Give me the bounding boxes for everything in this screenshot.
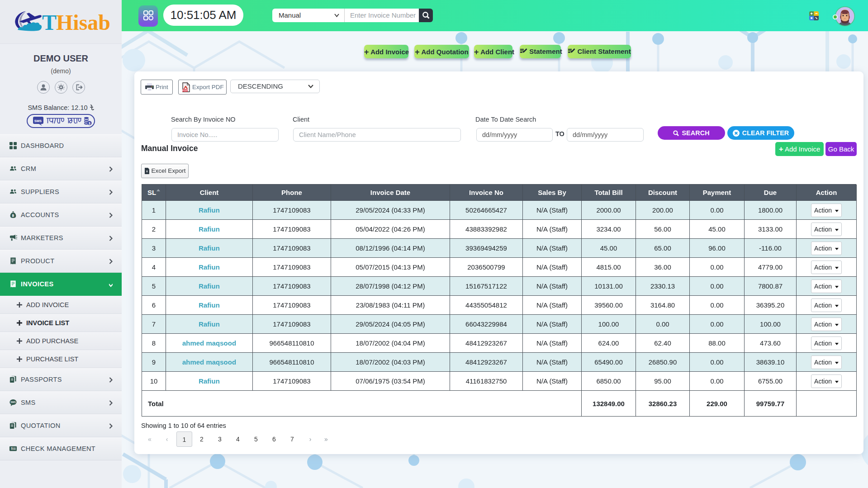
svg-text:T: T [42,10,57,34]
svg-text:$: $ [89,122,90,125]
svg-text:Hisab: Hisab [56,10,110,34]
svg-text:SMS: SMS [34,119,42,123]
svg-text:P D F: P D F [182,89,188,91]
svg-text:SMS: SMS [10,401,16,403]
svg-text:฿: ฿ [12,213,14,218]
svg-text:$: $ [11,447,13,450]
svg-text:x: x [146,170,148,173]
